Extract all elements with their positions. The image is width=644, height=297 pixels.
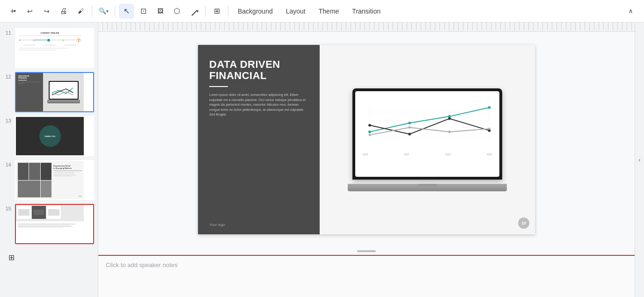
thumb12-title: DATA DRIVENFINANCIAL (18, 75, 41, 79)
svg-point-8 (368, 130, 371, 133)
separator-1 (92, 6, 92, 17)
collapse-icon: ‹ (639, 157, 641, 163)
transition-button[interactable]: Transition (346, 4, 386, 19)
slide-thumb-11[interactable]: COMPANY TIMELINE 🏆 (15, 28, 94, 68)
shapes-icon: ⬡ (174, 7, 180, 15)
collapse-panel-button[interactable]: ‹ (635, 22, 644, 297)
svg-point-18 (448, 130, 451, 133)
chart-year-2: 2017 (404, 153, 409, 156)
zoom-dropdown-icon: ▾ (106, 9, 109, 14)
slide-item-14[interactable]: 14 Empowering Talentin Emerging Markets (0, 158, 98, 202)
thumb15-bottom (16, 223, 84, 243)
laptop-body: 2016 2017 2018 2019 (352, 88, 502, 180)
svg-point-9 (408, 122, 411, 124)
thumb14-photos (18, 163, 51, 197)
slide-item-12[interactable]: 12 DATA DRIVENFINANCIAL Lorem ipsum dolo… (0, 70, 98, 114)
thumb13-circle: THANK YOU (39, 125, 61, 147)
slide-thumb-14[interactable]: Empowering Talentin Emerging Markets Lor… (15, 160, 94, 200)
slide-number-13: 13 (4, 118, 11, 123)
slide-number-11: 11 (4, 30, 11, 36)
thumb14-content: Empowering Talentin Emerging Markets Lor… (53, 165, 82, 176)
image-icon: 🖼 (157, 7, 163, 14)
shapes-button[interactable]: ⬡ (169, 4, 184, 19)
chart-year-4: 2019 (487, 153, 492, 156)
zoom-out-button[interactable]: 🔍 ▾ (96, 4, 111, 19)
select-icon: ↖ (124, 7, 130, 15)
slide-main-title: DATA DRIVEN FINANCIAL (209, 59, 308, 81)
svg-point-17 (409, 126, 411, 129)
slide-thumb-13[interactable]: THANK YOU (15, 116, 94, 156)
undo-icon: ↩ (27, 7, 33, 15)
svg-point-16 (369, 134, 371, 136)
speaker-notes-placeholder[interactable]: Click to add speaker notes (106, 261, 627, 268)
svg-point-13 (408, 132, 411, 135)
grid-icon: ⊞ (8, 253, 15, 262)
thumb12-text: Lorem ipsum dolor sit amet consectetur a… (18, 81, 41, 84)
add-button[interactable]: + ▾ (6, 4, 21, 19)
thumb14-tag: SlVer (79, 196, 82, 197)
chart-area: 2016 2017 2018 2019 (355, 91, 499, 177)
slide-left-panel: DATA DRIVEN FINANCIAL Lorem ipsum dolor … (198, 45, 320, 234)
line-button[interactable]: ▾ (186, 4, 201, 19)
thumb11-timeline: 🏆 (19, 38, 81, 43)
svg-point-19 (488, 127, 490, 130)
slide-number-12: 12 (4, 74, 11, 80)
separator-4 (228, 6, 228, 17)
slide-number-15: 15 (4, 206, 11, 211)
main-slide[interactable]: DATA DRIVEN FINANCIAL Lorem ipsum dolor … (198, 45, 535, 234)
laptop-notch (418, 184, 437, 187)
undo-button[interactable]: ↩ (22, 4, 37, 19)
slide-canvas-wrapper[interactable]: DATA DRIVEN FINANCIAL Lorem ipsum dolor … (98, 32, 635, 247)
laptop-base (348, 184, 507, 191)
slide-number-14: 14 (4, 162, 11, 167)
theme-button[interactable]: Theme (313, 4, 345, 19)
laptop-mockup: 2016 2017 2018 2019 (348, 88, 507, 191)
thumb11-title: COMPANY TIMELINE (19, 32, 81, 34)
separator-3 (205, 6, 205, 17)
background-button[interactable]: Background (232, 4, 278, 19)
speaker-notes-area[interactable]: Click to add speaker notes (98, 255, 635, 297)
separator-2 (115, 6, 115, 17)
thumb11-text (19, 48, 81, 51)
main-area: 11 COMPANY TIMELINE � (0, 22, 644, 297)
toolbar: + ▾ ↩ ↪ 🖨 🖌 🔍 ▾ ↖ ⊡ 🖼 ⬡ ▾ ⊞ Background L… (0, 0, 644, 22)
svg-point-12 (368, 123, 371, 126)
chevron-up-icon: ∧ (629, 7, 633, 14)
image-button[interactable]: 🖼 (153, 4, 168, 19)
thumb12-laptop-area (43, 73, 84, 111)
redo-icon: ↪ (44, 7, 50, 15)
crop-icon: ⊡ (140, 7, 146, 15)
toolbar-collapse-button[interactable]: ∧ (623, 4, 638, 19)
redo-button[interactable]: ↪ (39, 4, 54, 19)
select-button[interactable]: ↖ (119, 4, 134, 19)
slide-thumb-12[interactable]: DATA DRIVENFINANCIAL Lorem ipsum dolor s… (15, 72, 94, 112)
slide-item-15[interactable]: 15 (0, 202, 98, 246)
slide-item-11[interactable]: 11 COMPANY TIMELINE � (0, 26, 98, 70)
thumb11-line (19, 36, 81, 36)
slide-body-text: Lorem ipsum dolor sit amet, consectetur … (209, 93, 308, 117)
layout-button[interactable]: Layout (280, 4, 311, 19)
crop-button[interactable]: ⊡ (136, 4, 151, 19)
grid-view-button[interactable]: ⊞ (4, 250, 19, 265)
thumb11-labels (19, 44, 81, 46)
add-dropdown-icon: ▾ (14, 8, 16, 14)
chart-svg (361, 95, 494, 151)
chart-year-1: 2016 (363, 153, 368, 156)
slide-logo: Your logo (209, 223, 225, 227)
scroll-indicator (357, 250, 376, 252)
slide-thumb-15[interactable] (15, 204, 94, 244)
slide-item-13[interactable]: 13 THANK YOU (0, 114, 98, 158)
slides-panel: 11 COMPANY TIMELINE � (0, 22, 98, 297)
format-paint-button[interactable]: 🖌 (73, 4, 88, 19)
text-box-button[interactable]: ⊞ (209, 4, 224, 19)
format-paint-icon: 🖌 (78, 7, 84, 14)
thumb15-top (16, 205, 84, 221)
canvas-area[interactable]: DATA DRIVEN FINANCIAL Lorem ipsum dolor … (98, 22, 635, 297)
ruler-horizontal (98, 22, 635, 32)
textbox-icon: ⊞ (214, 7, 220, 15)
slide-right-panel: 2016 2017 2018 2019 (320, 45, 535, 234)
thumb12-divider (18, 80, 27, 80)
print-button[interactable]: 🖨 (56, 4, 71, 19)
svg-point-11 (488, 106, 491, 109)
chart-labels: 2016 2017 2018 2019 (361, 153, 494, 156)
